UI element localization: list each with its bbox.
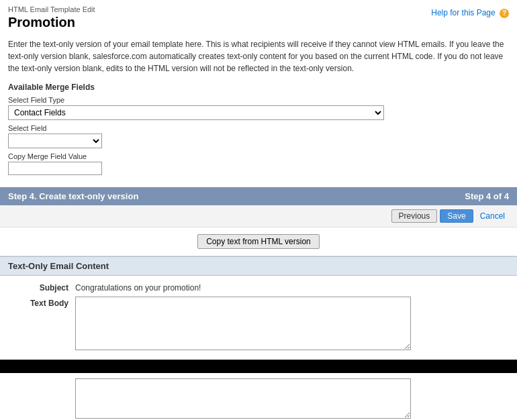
text-body-row: Text Body — [8, 297, 509, 350]
save-button-top[interactable]: Save — [440, 209, 473, 223]
field-type-select[interactable]: Contact Fields — [8, 105, 384, 120]
copy-merge-input[interactable] — [8, 162, 102, 175]
copy-html-button[interactable]: Copy text from HTML version — [197, 234, 320, 249]
step-header: Step 4. Create text-only version Step 4 … — [0, 187, 517, 205]
subject-row: Subject Congratulations on your promotio… — [8, 281, 509, 293]
field-type-label: Select Field Type — [8, 96, 509, 104]
text-body-textarea[interactable] — [75, 297, 411, 350]
select-field-label: Select Field — [8, 124, 509, 132]
black-bar — [0, 360, 517, 373]
form-table: Subject Congratulations on your promotio… — [0, 276, 517, 360]
previous-button-top[interactable]: Previous — [391, 209, 438, 223]
select-field-select[interactable] — [8, 134, 102, 148]
top-action-bar: Previous Save Cancel — [0, 205, 517, 227]
copy-merge-label: Copy Merge Field Value — [8, 152, 509, 160]
merge-fields-label: Available Merge Fields — [8, 83, 509, 92]
help-link[interactable]: Help for this Page ? — [431, 8, 509, 18]
step-header-left: Step 4. Create text-only version — [8, 191, 138, 201]
help-icon: ? — [500, 9, 509, 18]
subject-value: Congratulations on your promotion! — [75, 281, 201, 293]
copy-html-bar: Copy text from HTML version — [0, 227, 517, 256]
second-textarea[interactable] — [75, 378, 411, 419]
help-link-label: Help for this Page — [431, 8, 495, 17]
text-only-header: Text-Only Email Content — [0, 256, 517, 276]
text-body-label: Text Body — [8, 297, 75, 308]
cancel-button-top[interactable]: Cancel — [476, 209, 509, 223]
subject-label: Subject — [8, 281, 75, 293]
step-header-right: Step 4 of 4 — [465, 191, 509, 201]
second-textarea-section — [0, 373, 517, 420]
page-description: Enter the text-only version of your emai… — [0, 33, 517, 80]
